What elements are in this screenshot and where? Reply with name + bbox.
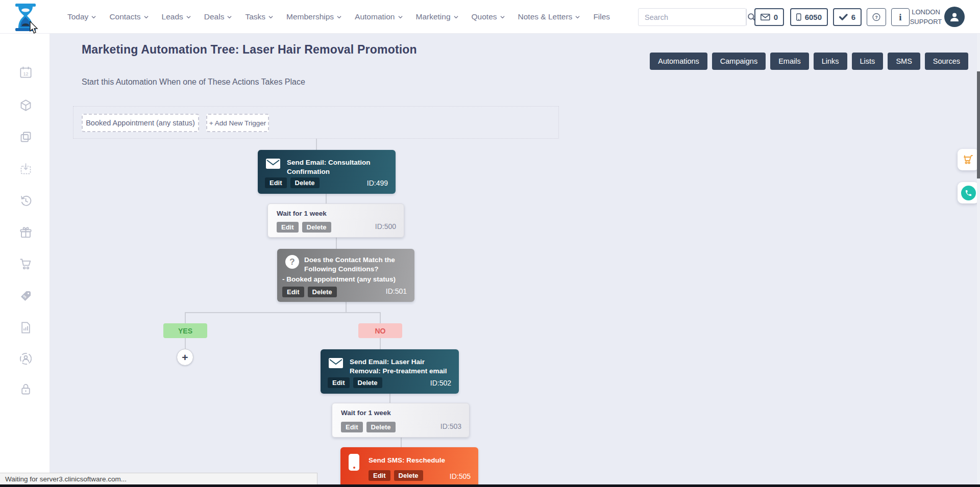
sidebar-item-cart[interactable]: [19, 257, 33, 271]
delete-button[interactable]: Delete: [394, 470, 423, 481]
delete-button[interactable]: Delete: [302, 222, 331, 233]
sidebar-item-account[interactable]: [19, 352, 33, 366]
menu-item-memberships[interactable]: Memberships: [286, 12, 341, 21]
automation-node-email-499: Send Email: Consultation Confirmation Ed…: [258, 150, 396, 194]
add-step-button[interactable]: +: [177, 349, 193, 366]
node-actions: Edit Delete: [369, 470, 423, 481]
cart-icon: [962, 153, 974, 166]
menu-item-contacts[interactable]: Contacts: [109, 12, 148, 21]
connector-line: [185, 338, 186, 349]
delete-button[interactable]: Delete: [290, 177, 320, 188]
floating-cart-button[interactable]: [958, 149, 979, 170]
connector-line: [185, 313, 186, 323]
search-input[interactable]: [639, 9, 746, 25]
sidebar-item-products[interactable]: [19, 98, 33, 112]
edit-button[interactable]: Edit: [341, 422, 363, 432]
menu-label: Files: [593, 12, 610, 21]
envelope-icon: [761, 13, 770, 21]
cart-icon: [19, 257, 33, 271]
menu-item-tasks[interactable]: Tasks: [245, 12, 273, 21]
menu-item-leads[interactable]: Leads: [162, 12, 191, 21]
question-circle-icon: ?: [285, 255, 299, 269]
automations-button[interactable]: Automations: [650, 53, 707, 70]
trigger-booked-appointment[interactable]: Booked Appointment (any status): [82, 114, 199, 132]
node-title: Wait for 1 week: [341, 408, 391, 418]
copy-icon: [19, 130, 33, 144]
chevron-down-icon: [575, 15, 580, 19]
node-title: Send SMS: Reschedule: [369, 456, 473, 465]
account-circle-icon: [19, 352, 33, 366]
menu-item-files[interactable]: Files: [593, 12, 610, 21]
menu-item-marketing[interactable]: Marketing: [416, 12, 458, 21]
calendar-icon: 12: [19, 65, 33, 79]
connector-line: [326, 194, 327, 203]
tasks-counter[interactable]: 6: [833, 8, 862, 26]
node-id: ID:499: [367, 179, 388, 187]
email-icon: [329, 358, 343, 370]
sidebar-item-copy[interactable]: [19, 130, 33, 144]
edit-button[interactable]: Edit: [282, 287, 304, 297]
delete-button[interactable]: Delete: [353, 377, 382, 388]
account-name-line1: LONDON: [910, 7, 942, 17]
floating-whatsapp-button[interactable]: [958, 182, 979, 203]
menu-label: Automation: [355, 12, 395, 21]
campaigns-button[interactable]: Campaigns: [712, 53, 766, 70]
user-avatar[interactable]: [944, 7, 965, 27]
info-button[interactable]: i: [891, 8, 910, 26]
connector-line: [336, 238, 337, 249]
chevron-down-icon: [454, 15, 458, 19]
sidebar-item-bag-import[interactable]: [19, 162, 33, 175]
sidebar-item-gift[interactable]: [19, 225, 33, 239]
menu-item-quotes[interactable]: Quotes: [472, 12, 505, 21]
svg-text:12: 12: [23, 71, 28, 76]
edit-button[interactable]: Edit: [369, 470, 390, 481]
connector-line: [401, 438, 402, 447]
menu-item-deals[interactable]: Deals: [204, 12, 232, 21]
scrollbar-thumb[interactable]: [977, 71, 980, 178]
connector-line: [380, 338, 381, 349]
menu-label: Memberships: [286, 12, 334, 21]
sidebar-item-pricing[interactable]: $: [19, 289, 33, 303]
edit-button[interactable]: Edit: [277, 222, 299, 233]
sidebar-item-security[interactable]: [19, 382, 33, 396]
automation-node-email-502: Send Email: Laser Hair Removal: Pre-trea…: [321, 349, 459, 394]
calls-counter[interactable]: 6050: [790, 8, 828, 26]
tasks-count: 6: [851, 13, 855, 21]
sms-button[interactable]: SMS: [888, 53, 920, 70]
person-icon: [948, 11, 961, 23]
node-actions: Edit Delete: [277, 222, 331, 233]
help-button[interactable]: ?: [867, 8, 886, 26]
links-button[interactable]: Links: [814, 53, 847, 70]
page-title: Marketing Automation Tree: Laser Hair Re…: [82, 43, 417, 57]
connector-line: [380, 313, 381, 323]
edit-button[interactable]: Edit: [328, 377, 350, 388]
menu-item-notes-letters[interactable]: Notes & Letters: [518, 12, 580, 21]
package-icon: [19, 98, 33, 112]
sidebar-item-reports[interactable]: [19, 321, 33, 335]
delete-button[interactable]: Delete: [366, 422, 396, 432]
bottom-edge: [0, 484, 980, 487]
edit-button[interactable]: Edit: [265, 177, 287, 188]
messages-counter[interactable]: 0: [754, 8, 784, 26]
node-title: Does the Contact Match the Following Con…: [304, 255, 409, 274]
sidebar-item-calendar[interactable]: 12: [19, 65, 33, 79]
menu-label: Contacts: [109, 12, 140, 21]
branch-no-badge: NO: [358, 323, 402, 338]
menu-item-automation[interactable]: Automation: [355, 12, 402, 21]
menu-item-today[interactable]: Today: [67, 12, 96, 21]
chevron-down-icon: [144, 15, 149, 19]
price-tag-icon: $: [19, 289, 33, 303]
left-sidebar: 12 $: [0, 34, 50, 487]
node-title: Wait for 1 week: [277, 209, 327, 218]
emails-button[interactable]: Emails: [770, 53, 809, 70]
menu-label: Today: [67, 12, 88, 21]
node-title: Send Email: Laser Hair Removal: Pre-trea…: [350, 357, 453, 376]
lists-button[interactable]: Lists: [852, 53, 884, 70]
menu-label: Notes & Letters: [518, 12, 573, 21]
sources-button[interactable]: Sources: [925, 53, 968, 70]
delete-button[interactable]: Delete: [308, 287, 337, 297]
add-new-trigger-button[interactable]: + Add New Trigger: [206, 114, 269, 132]
history-clock-icon: [19, 194, 33, 208]
app-logo[interactable]: [13, 4, 38, 31]
sidebar-item-history[interactable]: [19, 194, 33, 208]
